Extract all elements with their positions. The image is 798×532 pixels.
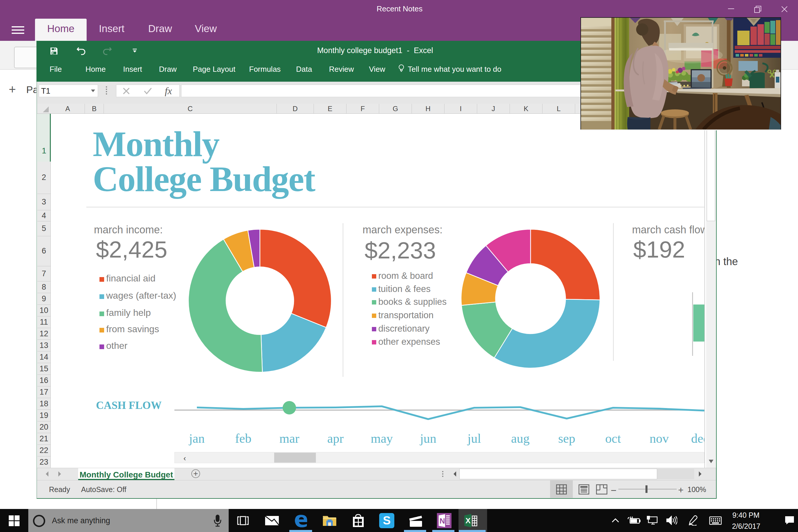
svg-text:N: N — [439, 516, 445, 525]
svg-text:X: X — [466, 516, 471, 525]
